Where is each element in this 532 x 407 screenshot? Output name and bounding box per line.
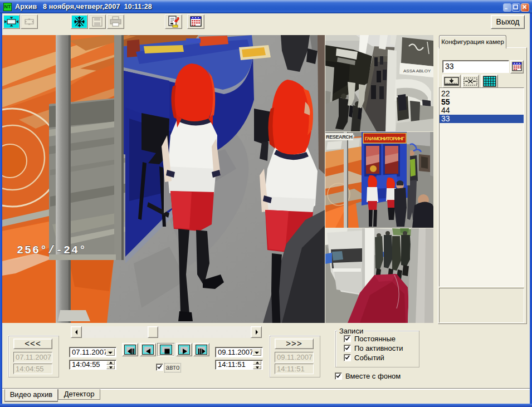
svg-text:ASSA ABLOY: ASSA ABLOY	[403, 68, 431, 73]
svg-text:ГАИ-МОНИТОРИНГ: ГАИ-МОНИТОРИНГ	[365, 136, 404, 141]
svg-text:256°/-24°: 256°/-24°	[17, 244, 87, 257]
svg-text:RESEARCH: RESEARCH	[326, 134, 353, 140]
